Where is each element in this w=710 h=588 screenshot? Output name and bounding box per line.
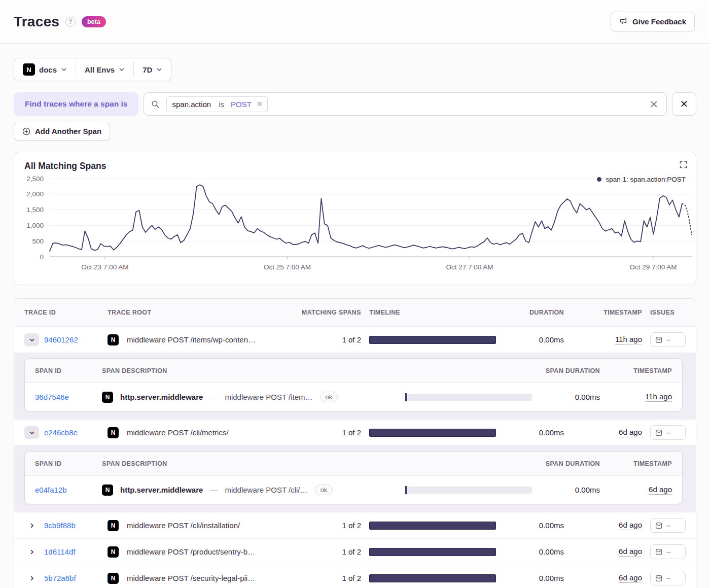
chevron-down-icon — [119, 66, 125, 73]
col-timestamp: TIMESTAMP — [604, 309, 642, 316]
chevron-down-icon — [61, 66, 67, 73]
chart-title: All Matching Spans — [14, 161, 696, 171]
timestamp-value[interactable]: 11h ago — [615, 335, 642, 344]
span-id-link[interactable]: 36d7546e — [35, 393, 94, 401]
spans-subtable-header: SPAN ID SPAN DESCRIPTION SPAN DURATION T… — [25, 359, 682, 383]
legend-label: span 1: span.action:POST — [606, 176, 686, 183]
give-feedback-label: Give Feedback — [632, 17, 686, 26]
trace-timeline-bar — [369, 522, 496, 530]
issues-button[interactable]: – — [650, 544, 686, 559]
duration-value: 0.00ms — [539, 521, 564, 530]
megaphone-icon — [619, 17, 628, 26]
matching-spans-value: 1 of 2 — [342, 428, 361, 437]
timestamp-value[interactable]: 6d ago — [619, 521, 642, 530]
timestamp-value[interactable]: 6d ago — [619, 573, 642, 583]
span-op-label: http.server.middleware — [120, 486, 203, 494]
issues-button[interactable]: – — [650, 332, 686, 347]
timestamp-value[interactable]: 6d ago — [619, 547, 642, 557]
trace-id-link[interactable]: e246cb8e — [44, 428, 78, 437]
timestamp-value[interactable]: 6d ago — [619, 428, 642, 437]
spans-subtable: SPAN ID SPAN DESCRIPTION SPAN DURATION T… — [24, 358, 683, 411]
nextjs-logo-icon: N — [108, 546, 119, 558]
table-row: 9cb9f88b N middleware POST /cli/installa… — [14, 512, 696, 538]
expand-row-button[interactable] — [24, 519, 39, 532]
trace-id-link[interactable]: 1d6114df — [44, 547, 75, 556]
col-timeline: TIMELINE — [369, 309, 496, 316]
table-row: 1d6114df N middleware POST /product/sent… — [14, 538, 696, 565]
page-title: Traces — [14, 14, 59, 30]
nextjs-logo-icon: N — [102, 485, 113, 496]
chart-legend[interactable]: span 1: span.action:POST — [597, 176, 686, 183]
svg-text:1,500: 1,500 — [26, 206, 44, 214]
chevron-down-icon — [29, 430, 35, 436]
issues-icon — [655, 336, 662, 343]
clear-search-icon[interactable]: ✕ — [649, 99, 658, 110]
trace-timeline-bar — [369, 574, 496, 582]
col-span-description: SPAN DESCRIPTION — [102, 367, 397, 374]
chevron-down-icon — [156, 66, 162, 73]
give-feedback-button[interactable]: Give Feedback — [611, 12, 695, 31]
fullscreen-icon[interactable] — [680, 161, 687, 168]
token-operator[interactable]: is — [215, 100, 228, 109]
chevron-right-icon — [29, 523, 35, 529]
issues-button[interactable]: – — [650, 571, 686, 585]
period-filter[interactable]: 7D — [134, 58, 171, 81]
span-id-link[interactable]: e04fa12b — [35, 486, 94, 494]
spans-line-chart[interactable]: 05001,0001,5002,0002,500Oct 23 7:00 AMOc… — [14, 171, 696, 280]
span-op-label: http.server.middleware — [120, 393, 203, 401]
col-span-timestamp: TIMESTAMP — [633, 460, 672, 467]
period-filter-label: 7D — [143, 65, 152, 74]
span-search-input[interactable]: span.action is POST ✕ ✕ — [144, 92, 667, 116]
issues-count: – — [666, 574, 670, 582]
svg-text:Oct 23 7:00 AM: Oct 23 7:00 AM — [81, 263, 128, 271]
issues-button[interactable]: – — [650, 425, 686, 440]
trace-id-link[interactable]: 5b72a6bf — [44, 574, 76, 582]
project-filter[interactable]: N docs — [14, 58, 76, 81]
expand-row-button[interactable] — [24, 545, 39, 558]
trace-root-label: middleware POST /cli/installation/ — [127, 521, 240, 530]
filter-bar: N docs All Envs 7D — [14, 58, 171, 81]
table-row: e246cb8e N middleware POST /cli/metrics/… — [14, 419, 696, 445]
span-status-badge: ok — [315, 485, 333, 495]
span-timestamp-value[interactable]: 6d ago — [649, 485, 672, 495]
table-row: 5b72a6bf N middleware POST /security-leg… — [14, 565, 696, 588]
col-trace-root: TRACE ROOT — [108, 309, 296, 316]
filter-token[interactable]: span.action is POST ✕ — [166, 96, 267, 112]
remove-span-row-button[interactable]: ✕ — [672, 92, 696, 116]
issues-count: – — [666, 547, 670, 556]
issues-count: – — [666, 428, 670, 437]
search-icon — [151, 100, 160, 109]
collapse-row-button[interactable] — [24, 426, 39, 439]
expand-row-button[interactable] — [24, 572, 39, 584]
trace-root-label: middleware POST /product/sentry-b… — [127, 547, 255, 556]
spans-subtable-header: SPAN ID SPAN DESCRIPTION SPAN DURATION T… — [25, 452, 682, 476]
nextjs-logo-icon: N — [108, 573, 119, 584]
nextjs-logo-icon: N — [23, 63, 35, 76]
issues-icon — [655, 575, 662, 582]
svg-text:Oct 27 7:00 AM: Oct 27 7:00 AM — [446, 263, 493, 271]
trace-id-link[interactable]: 94601262 — [44, 335, 78, 344]
col-duration: DURATION — [529, 309, 564, 316]
table-row: 94601262 N middleware POST /items/wp-con… — [14, 326, 696, 353]
help-icon[interactable]: ? — [65, 17, 76, 27]
project-filter-label: docs — [39, 65, 57, 74]
environment-filter[interactable]: All Envs — [76, 58, 133, 81]
svg-text:Oct 25 7:00 AM: Oct 25 7:00 AM — [264, 263, 311, 271]
nextjs-logo-icon: N — [108, 334, 119, 345]
issues-button[interactable]: – — [650, 518, 686, 533]
token-value[interactable]: POST — [228, 100, 255, 109]
span-timestamp-value[interactable]: 11h ago — [645, 392, 672, 402]
matching-spans-value: 1 of 2 — [342, 547, 361, 556]
add-another-span-button[interactable]: Add Another Span — [14, 122, 110, 141]
duration-value: 0.00ms — [539, 335, 564, 344]
trace-id-link[interactable]: 9cb9f88b — [44, 521, 76, 530]
token-key[interactable]: span.action — [167, 100, 215, 109]
expanded-span-section: SPAN ID SPAN DESCRIPTION SPAN DURATION T… — [14, 445, 696, 512]
issues-count: – — [666, 335, 670, 344]
legend-dot-icon — [597, 177, 601, 182]
issues-icon — [655, 548, 662, 556]
remove-token-icon[interactable]: ✕ — [255, 100, 267, 108]
chevron-right-icon — [29, 549, 35, 555]
collapse-row-button[interactable] — [24, 333, 39, 346]
span-timeline-bar — [405, 394, 532, 401]
